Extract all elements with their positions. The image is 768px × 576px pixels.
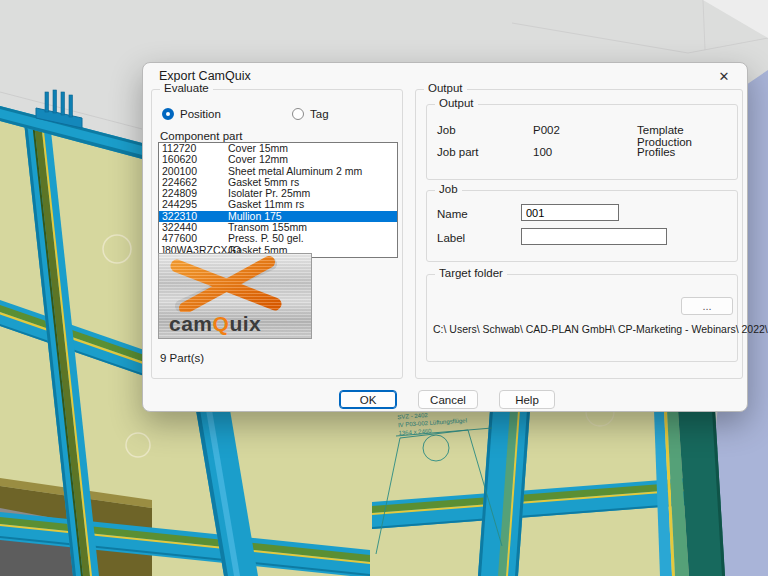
label-label: Label — [437, 232, 465, 244]
camquix-logo: camQuix — [158, 253, 312, 339]
jobpart-row-value: 100 — [533, 146, 552, 158]
radio-position[interactable]: Position — [162, 108, 221, 120]
name-label: Name — [437, 208, 468, 220]
browse-button[interactable]: ... — [681, 297, 733, 315]
close-icon[interactable]: ✕ — [711, 66, 737, 86]
parts-count: 9 Part(s) — [160, 352, 204, 364]
radio-tag-dot — [292, 108, 304, 120]
dialog-title: Export CamQuix — [159, 69, 251, 83]
cancel-button[interactable]: Cancel — [418, 390, 478, 409]
export-camquix-dialog: Export CamQuix ✕ Evaluate Position Tag C… — [142, 62, 748, 412]
component-part-label: Component part — [160, 130, 242, 142]
list-item[interactable]: 160620Cover 12mm — [159, 154, 397, 165]
radio-position-dot — [162, 108, 174, 120]
list-item[interactable]: 477600Press. P. 50 gel. — [159, 233, 397, 244]
app-screen: SVZ - 2402 IV P03-002 Lüftungsflügel 136… — [0, 0, 768, 576]
name-input[interactable] — [521, 204, 619, 221]
job-row-value: P002 — [533, 124, 560, 136]
output-inner-label: Output — [435, 97, 478, 109]
label-input[interactable] — [521, 228, 667, 245]
target-folder-group: Target folder ... C:\ Users\ Schwab\ CAD… — [426, 274, 738, 362]
help-button[interactable]: Help — [499, 390, 555, 409]
ok-button[interactable]: OK — [339, 390, 397, 409]
component-part-list[interactable]: 112720Cover 15mm 160620Cover 12mm 200100… — [158, 142, 398, 258]
camquix-wordmark: camQuix — [169, 312, 261, 336]
facade-right-edge — [654, 410, 725, 576]
job-row-desc: Template Production — [637, 124, 737, 148]
jobpart-row-desc: Profiles — [637, 146, 675, 158]
evaluate-group: Evaluate Position Tag Component part 112… — [151, 89, 403, 379]
output-group-label: Output — [424, 82, 467, 94]
output-inner-group: Output Job P002 Template Production Job … — [426, 104, 738, 180]
output-group: Output Output Job P002 Template Producti… — [415, 89, 743, 379]
radio-position-label: Position — [180, 108, 221, 120]
job-group-label: Job — [435, 183, 462, 195]
target-folder-label: Target folder — [435, 267, 507, 279]
radio-tag-label: Tag — [310, 108, 329, 120]
target-folder-path: C:\ Users\ Schwab\ CAD-PLAN GmbH\ CP-Mar… — [433, 323, 768, 335]
evaluate-group-label: Evaluate — [160, 82, 213, 94]
job-row-label: Job — [437, 124, 456, 136]
jobpart-row-label: Job part — [437, 146, 479, 158]
evaluate-radio-row: Position Tag — [152, 108, 402, 124]
radio-tag[interactable]: Tag — [292, 108, 329, 120]
job-group: Job Name Label — [426, 190, 738, 262]
